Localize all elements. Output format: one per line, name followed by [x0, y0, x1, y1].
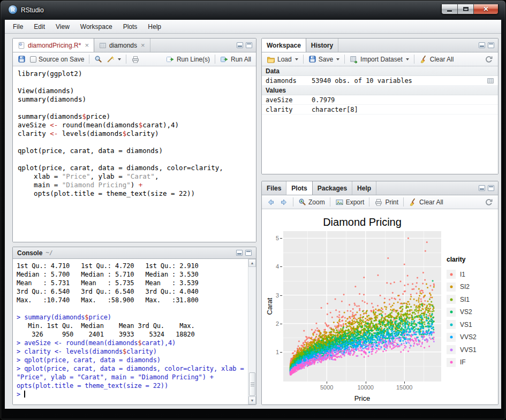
- tab-diamondpricing[interactable]: R diamondPricing.R* ×: [13, 39, 94, 52]
- source-tabstrip: R diamondPricing.R* × diamonds ×: [13, 39, 256, 52]
- code-line: summary(diamonds): [18, 95, 256, 104]
- tab-label: Files: [267, 185, 281, 192]
- find-replace-button[interactable]: [92, 54, 104, 64]
- tab-close-icon[interactable]: ×: [85, 42, 89, 49]
- source-on-save-toggle[interactable]: Source on Save: [28, 55, 86, 64]
- pane-maximize-icon[interactable]: [246, 42, 252, 48]
- scroll-down-button[interactable]: ▼: [248, 396, 256, 404]
- console-line: Min. 1st Qu. Median Mean 3rd Qu. Max.: [17, 322, 247, 330]
- console-line: > clarity <- levels(diamonds$clarity): [17, 347, 247, 356]
- code-line: [18, 138, 256, 147]
- code-editor[interactable]: library(ggplot2) View(diamonds)summary(d…: [13, 66, 256, 242]
- previous-plot-button[interactable]: [265, 197, 277, 208]
- run-all-button[interactable]: Run All: [218, 54, 253, 65]
- run-line-icon: [166, 55, 175, 64]
- workspace-tabstrip: Workspace History: [262, 39, 498, 52]
- run-lines-label: Run Line(s): [177, 56, 210, 63]
- source-on-save-checkbox[interactable]: [30, 56, 36, 63]
- x-axis-label: Price: [283, 394, 441, 402]
- pane-maximize-icon[interactable]: [245, 250, 252, 256]
- menu-workspace[interactable]: Workspace: [75, 21, 118, 33]
- source-on-save-label: Source on Save: [39, 56, 84, 63]
- console-scrollbar[interactable]: ▲ ▼: [248, 259, 256, 404]
- import-dataset-button[interactable]: Import Dataset: [348, 54, 411, 65]
- tab-close-icon[interactable]: ×: [141, 42, 145, 49]
- scroll-up-button[interactable]: ▲: [248, 259, 256, 267]
- pane-maximize-icon[interactable]: [488, 185, 494, 191]
- export-plot-button[interactable]: Export: [333, 197, 367, 208]
- tab-plots[interactable]: Plots: [286, 181, 312, 195]
- y-tick-label: 2: [262, 320, 279, 327]
- open-folder-icon: [267, 55, 275, 64]
- print-source-button[interactable]: [129, 54, 142, 65]
- tab-workspace[interactable]: Workspace: [262, 39, 306, 52]
- console-body[interactable]: 1st Qu.: 4.710 1st Qu.: 4.720 1st Qu.: 2…: [13, 259, 256, 404]
- console-line: > qplot(price, carat, data = diamonds): [17, 356, 247, 364]
- load-workspace-button[interactable]: Load: [265, 54, 300, 65]
- object-name: diamonds: [266, 77, 312, 85]
- menu-help[interactable]: Help: [142, 21, 167, 33]
- save-icon: [308, 55, 316, 63]
- toolbar-separator: [215, 55, 215, 64]
- console-output[interactable]: 1st Qu.: 4.710 1st Qu.: 4.720 1st Qu.: 2…: [17, 262, 247, 404]
- menu-edit[interactable]: Edit: [28, 21, 50, 33]
- legend-label: I1: [460, 271, 465, 278]
- refresh-icon: [485, 198, 493, 207]
- tab-packages[interactable]: Packages: [313, 181, 352, 195]
- minimize-button[interactable]: [442, 4, 458, 14]
- close-button[interactable]: ✕: [474, 4, 498, 14]
- pane-minimize-icon[interactable]: [479, 42, 485, 48]
- console-title: Console: [17, 249, 42, 257]
- menu-bar: File Edit View Workspace Plots Help: [5, 20, 501, 34]
- scrollbar-thumb[interactable]: [249, 372, 255, 396]
- print-plot-button[interactable]: Print: [372, 197, 401, 208]
- data-grid-icon: [99, 42, 107, 49]
- code-tools-button[interactable]: [104, 54, 123, 64]
- forward-arrow-icon: [280, 198, 288, 207]
- scatter-plot-canvas: [283, 231, 441, 381]
- refresh-workspace-button[interactable]: [482, 54, 495, 65]
- zoom-plot-button[interactable]: Zoom: [296, 197, 327, 207]
- toolbar-separator: [126, 55, 126, 64]
- legend-item: VVS1: [447, 343, 477, 356]
- legend-label: SI2: [460, 283, 470, 291]
- code-line: library(ggplot2): [18, 70, 256, 78]
- view-data-button[interactable]: [487, 77, 494, 85]
- next-plot-button[interactable]: [277, 197, 290, 208]
- pane-minimize-icon[interactable]: [236, 250, 243, 256]
- save-workspace-button[interactable]: Save: [306, 54, 342, 64]
- tab-diamonds[interactable]: diamonds ×: [94, 39, 150, 52]
- tab-files[interactable]: Files: [262, 181, 286, 195]
- pane-minimize-icon[interactable]: [479, 185, 485, 191]
- maximize-button[interactable]: [458, 4, 474, 14]
- run-lines-button[interactable]: Run Line(s): [164, 54, 212, 65]
- clear-workspace-button[interactable]: Clear All: [417, 54, 456, 65]
- pane-window-controls: [236, 250, 252, 256]
- code-line: xlab = "Price", ylab = "Carat",: [18, 172, 256, 181]
- tab-label: diamondPricing.R*: [28, 42, 81, 49]
- import-dataset-icon: [350, 55, 358, 64]
- console-line: "Price", ylab = "Carat", main = "Diamond…: [17, 373, 247, 381]
- title-bar[interactable]: R RStudio ✕: [1, 1, 505, 20]
- tab-history[interactable]: History: [306, 39, 338, 52]
- pane-maximize-icon[interactable]: [488, 42, 494, 48]
- menu-plots[interactable]: Plots: [118, 21, 143, 33]
- workspace-row-clarity[interactable]: clarity character[8]: [262, 105, 498, 114]
- menu-view[interactable]: View: [50, 21, 75, 33]
- load-label: Load: [277, 56, 292, 63]
- workspace-row-diamonds[interactable]: diamonds 53940 obs. of 10 variables: [262, 76, 498, 86]
- menu-file[interactable]: File: [7, 21, 28, 33]
- pane-window-controls: [237, 42, 252, 48]
- workspace-object-list: Data diamonds 53940 obs. of 10 variables: [262, 66, 498, 174]
- save-button[interactable]: [16, 54, 28, 64]
- tab-help[interactable]: Help: [352, 181, 376, 195]
- clear-plots-button[interactable]: Clear All: [406, 197, 445, 208]
- y-tick-label: 4: [262, 263, 279, 270]
- refresh-plot-button[interactable]: [482, 197, 495, 208]
- plot-viewer: Diamond Pricing Carat Price clarity I1SI…: [262, 209, 498, 404]
- workspace-row-avesize[interactable]: aveSize 0.7979: [262, 95, 498, 105]
- console-line: Mean : 5.731 Mean : 5.735 Mean : 3.539: [17, 279, 247, 287]
- code-line: main = "Diamond Pricing") +: [18, 181, 256, 189]
- pane-minimize-icon[interactable]: [237, 42, 243, 48]
- legend-item: IF: [447, 356, 477, 369]
